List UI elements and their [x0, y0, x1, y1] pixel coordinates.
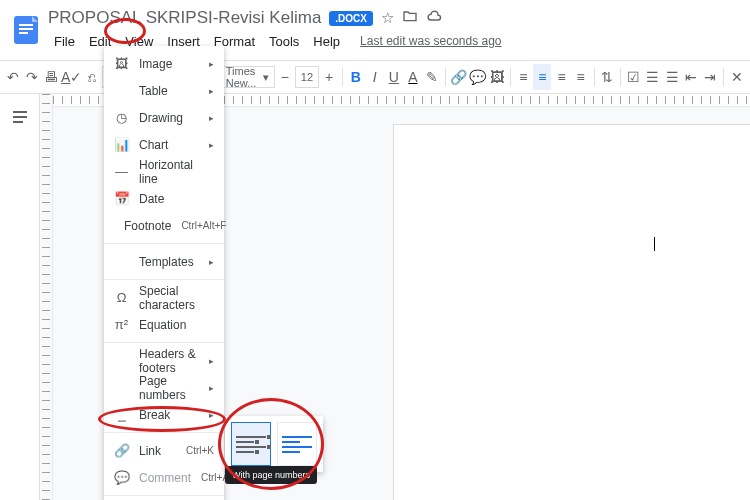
link-icon[interactable]: 🔗: [450, 64, 468, 90]
date-icon: 📅: [114, 191, 129, 206]
toc-with-links[interactable]: [277, 422, 317, 466]
dedent-icon[interactable]: ⇤: [682, 64, 700, 90]
italic-icon[interactable]: I: [366, 64, 384, 90]
menu-date[interactable]: 📅Date: [104, 185, 224, 212]
menu-hline[interactable]: —Horizontal line: [104, 158, 224, 185]
image-icon[interactable]: 🖼: [488, 64, 506, 90]
chart-icon: 📊: [114, 137, 129, 152]
menu-image[interactable]: 🖼Image▸: [104, 50, 224, 77]
link-icon: 🔗: [114, 443, 129, 458]
menu-templates[interactable]: Templates▸: [104, 248, 224, 275]
toc-tooltip: With page numbers: [225, 466, 317, 484]
outline-panel: [0, 94, 40, 500]
comment-icon[interactable]: 💬: [469, 64, 487, 90]
svg-rect-1: [19, 24, 33, 26]
break-icon: ⎯: [114, 407, 129, 422]
print-icon[interactable]: 🖶: [42, 64, 60, 90]
menu-link[interactable]: 🔗LinkCtrl+K: [104, 437, 224, 464]
last-edit-text[interactable]: Last edit was seconds ago: [354, 32, 507, 50]
redo-icon[interactable]: ↷: [23, 64, 41, 90]
svg-rect-5: [13, 116, 27, 118]
menu-drawing[interactable]: ◷Drawing▸: [104, 104, 224, 131]
menu-help[interactable]: Help: [307, 32, 346, 51]
drawing-icon: ◷: [114, 110, 129, 125]
toc-submenu: [225, 416, 323, 472]
vertical-ruler: [40, 94, 53, 500]
menu-equation[interactable]: π²Equation: [104, 311, 224, 338]
menu-tools[interactable]: Tools: [263, 32, 305, 51]
move-icon[interactable]: [402, 8, 418, 28]
doc-title[interactable]: PROPOSAL SKRIPSI-Revisi Kelima: [48, 8, 321, 28]
menu-file[interactable]: File: [48, 32, 81, 51]
star-icon[interactable]: ☆: [381, 9, 394, 27]
comment-icon: 💬: [114, 470, 129, 485]
line-spacing-icon[interactable]: ⇅: [598, 64, 616, 90]
text-cursor: [654, 237, 655, 251]
menu-break[interactable]: ⎯Break▸: [104, 401, 224, 428]
image-icon: 🖼: [114, 56, 129, 71]
omega-icon: Ω: [114, 290, 129, 305]
svg-rect-3: [19, 32, 28, 34]
indent-icon[interactable]: ⇥: [701, 64, 719, 90]
insert-dropdown: 🖼Image▸ Table▸ ◷Drawing▸ 📊Chart▸ —Horizo…: [104, 46, 224, 500]
align-justify-icon[interactable]: ≡: [571, 64, 589, 90]
menu-insert[interactable]: Insert: [161, 32, 206, 51]
menu-footnote[interactable]: FootnoteCtrl+Alt+F: [104, 212, 224, 239]
svg-rect-6: [13, 121, 23, 123]
bold-icon[interactable]: B: [347, 64, 365, 90]
align-center-icon[interactable]: ≡: [533, 64, 551, 90]
pi-icon: π²: [114, 317, 129, 332]
menu-special[interactable]: ΩSpecial characters: [104, 284, 224, 311]
menu-headers[interactable]: Headers & footers▸: [104, 347, 224, 374]
align-left-icon[interactable]: ≡: [514, 64, 532, 90]
number-list-icon[interactable]: ☰: [663, 64, 681, 90]
undo-icon[interactable]: ↶: [4, 64, 22, 90]
font-size[interactable]: 12: [295, 66, 319, 88]
outline-icon[interactable]: [11, 108, 29, 130]
svg-rect-2: [19, 28, 33, 30]
paint-format-icon[interactable]: ⎌: [83, 64, 101, 90]
menu-table[interactable]: Table▸: [104, 77, 224, 104]
underline-icon[interactable]: U: [385, 64, 403, 90]
font-inc-icon[interactable]: +: [320, 64, 338, 90]
hline-icon: —: [114, 164, 129, 179]
spellcheck-icon[interactable]: A✓: [61, 64, 82, 90]
docs-logo[interactable]: [8, 12, 44, 48]
menu-comment[interactable]: 💬CommentCtrl+Alt+M: [104, 464, 224, 491]
cloud-icon[interactable]: [426, 8, 443, 29]
menu-pagenumbers[interactable]: Page numbers▸: [104, 374, 224, 401]
menu-chart[interactable]: 📊Chart▸: [104, 131, 224, 158]
align-right-icon[interactable]: ≡: [552, 64, 570, 90]
clear-format-icon[interactable]: ✕: [728, 64, 746, 90]
document-page[interactable]: [393, 124, 750, 500]
highlight-icon[interactable]: ✎: [423, 64, 441, 90]
toc-with-numbers[interactable]: [231, 422, 271, 466]
text-color-icon[interactable]: A: [404, 64, 422, 90]
docx-badge: .DOCX: [329, 11, 373, 26]
checklist-icon[interactable]: ☑: [625, 64, 643, 90]
svg-rect-4: [13, 111, 27, 113]
font-select[interactable]: Times New...▾: [220, 66, 275, 88]
bullet-list-icon[interactable]: ☰: [644, 64, 662, 90]
font-dec-icon[interactable]: −: [276, 64, 294, 90]
